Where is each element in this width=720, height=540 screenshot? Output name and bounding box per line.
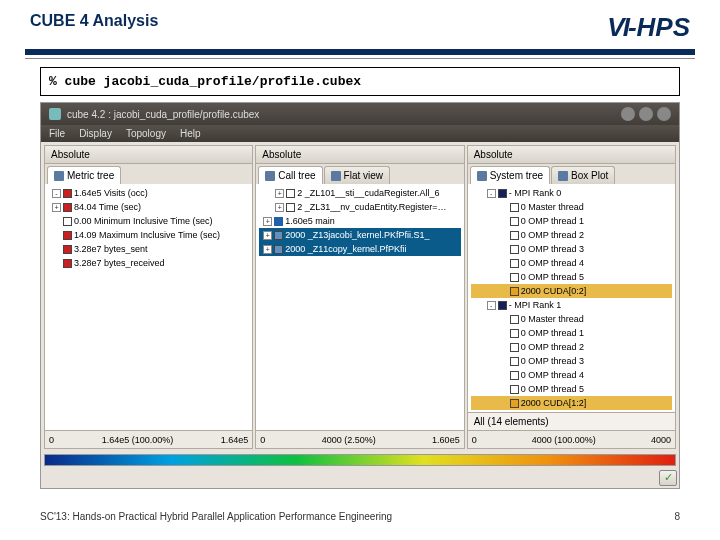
expander-icon[interactable]: +	[275, 189, 284, 198]
axis-right: 1.64e5	[221, 435, 249, 445]
menu-display[interactable]: Display	[79, 128, 112, 139]
tab-metric-tree[interactable]: Metric tree	[47, 166, 121, 184]
color-box	[63, 231, 72, 240]
expander-icon[interactable]: +	[275, 203, 284, 212]
color-box	[286, 203, 295, 212]
tree-row[interactable]: 0 OMP thread 1	[471, 326, 672, 340]
slide-title: CUBE 4 Analysis	[30, 12, 158, 30]
expander-icon[interactable]: +	[263, 231, 272, 240]
tree-row[interactable]: 3.28e7 bytes_received	[48, 256, 249, 270]
expander-icon[interactable]: -	[487, 189, 496, 198]
header-rule	[25, 49, 695, 55]
color-box	[510, 231, 519, 240]
pane-header[interactable]: Absolute	[468, 146, 675, 164]
tab-flat-view[interactable]: Flat view	[324, 166, 390, 184]
tab-label: System tree	[490, 170, 543, 181]
color-box	[510, 357, 519, 366]
pane-header[interactable]: Absolute	[45, 146, 252, 164]
tree-row[interactable]: 14.09 Maximum Inclusive Time (sec)	[48, 228, 249, 242]
footer-text: SC'13: Hands-on Practical Hybrid Paralle…	[40, 511, 392, 522]
maximize-button[interactable]	[639, 107, 653, 121]
tree-row[interactable]: 0 OMP thread 3	[471, 242, 672, 256]
axis-left: 0	[472, 435, 477, 445]
tab-icon	[331, 171, 341, 181]
menu-topology[interactable]: Topology	[126, 128, 166, 139]
tree-row[interactable]: 3.28e7 bytes_sent	[48, 242, 249, 256]
axis-right: 4000	[651, 435, 671, 445]
tree-row[interactable]: +2000 _Z11copy_kernel.PfPKfii	[259, 242, 460, 256]
tab-icon	[54, 171, 64, 181]
axis-right: 1.60e5	[432, 435, 460, 445]
tree-label: 0 Master thread	[521, 312, 584, 326]
expander-icon[interactable]: +	[263, 245, 272, 254]
tree-row[interactable]: +2 _ZL101__sti__cudaRegister.All_6	[259, 186, 460, 200]
tree-label: 0 OMP thread 3	[521, 354, 584, 368]
axis-left: 0	[260, 435, 265, 445]
statusbar: ✓	[41, 468, 679, 488]
all-elements-label[interactable]: All (14 elements)	[468, 412, 675, 430]
vihps-logo: VI-HPS	[607, 12, 690, 43]
color-box	[510, 273, 519, 282]
color-box	[510, 315, 519, 324]
tree-label: 0 Master thread	[521, 200, 584, 214]
axis: 04000 (100.00%)4000	[468, 430, 675, 448]
tab-system-tree[interactable]: System tree	[470, 166, 550, 184]
tree-row[interactable]: 0 OMP thread 5	[471, 270, 672, 284]
tree-row[interactable]: 0 OMP thread 1	[471, 214, 672, 228]
tree-label: 3.28e7 bytes_received	[74, 256, 165, 270]
tabbar: Metric tree	[45, 164, 252, 184]
check-icon: ✓	[659, 470, 677, 486]
tree-label: 84.04 Time (sec)	[74, 200, 141, 214]
tree-row[interactable]: 0 OMP thread 2	[471, 340, 672, 354]
tree-row[interactable]: 0 OMP thread 4	[471, 256, 672, 270]
tree-row[interactable]: -1.64e5 Visits (occ)	[48, 186, 249, 200]
tree-label: 0 OMP thread 1	[521, 326, 584, 340]
pane-header[interactable]: Absolute	[256, 146, 463, 164]
tree-row[interactable]: -- MPI Rank 0	[471, 186, 672, 200]
color-box	[498, 301, 507, 310]
expander-icon[interactable]: -	[487, 301, 496, 310]
pane-1: AbsoluteCall treeFlat view+2 _ZL101__sti…	[255, 145, 464, 449]
axis-mid: 4000 (100.00%)	[532, 435, 596, 445]
tree-row[interactable]: 0 OMP thread 5	[471, 382, 672, 396]
axis-mid: 1.64e5 (100.00%)	[102, 435, 174, 445]
tab-icon	[477, 171, 487, 181]
tree-row[interactable]: 0 OMP thread 4	[471, 368, 672, 382]
tree-row[interactable]: 0 Master thread	[471, 200, 672, 214]
axis: 04000 (2.50%)1.60e5	[256, 430, 463, 448]
tree-row[interactable]: 2000 CUDA[0:2]	[471, 284, 672, 298]
tree: -1.64e5 Visits (occ)+84.04 Time (sec)0.0…	[45, 184, 252, 430]
color-box	[274, 245, 283, 254]
expander-icon[interactable]: +	[52, 203, 61, 212]
tab-label: Box Plot	[571, 170, 608, 181]
close-button[interactable]	[657, 107, 671, 121]
header-rule-thin	[25, 58, 695, 59]
color-box	[510, 287, 519, 296]
tab-icon	[558, 171, 568, 181]
tree-row[interactable]: 0 Master thread	[471, 312, 672, 326]
tree-row[interactable]: 0.00 Minimum Inclusive Time (sec)	[48, 214, 249, 228]
color-box	[510, 259, 519, 268]
expander-icon[interactable]: +	[263, 217, 272, 226]
color-box	[510, 245, 519, 254]
tree-row[interactable]: 0 OMP thread 2	[471, 228, 672, 242]
expander-icon[interactable]: -	[52, 189, 61, 198]
page-number: 8	[674, 511, 680, 522]
tab-call-tree[interactable]: Call tree	[258, 166, 322, 184]
tree-row[interactable]: +2 _ZL31__nv_cudaEntity.Register=…	[259, 200, 460, 214]
tree-row[interactable]: +2000 _Z13jacobi_kernel.PKfPfii.S1_	[259, 228, 460, 242]
menu-help[interactable]: Help	[180, 128, 201, 139]
tree-row[interactable]: -- MPI Rank 1	[471, 298, 672, 312]
menu-file[interactable]: File	[49, 128, 65, 139]
tree-row[interactable]: 2000 CUDA[1:2]	[471, 396, 672, 410]
tab-box-plot[interactable]: Box Plot	[551, 166, 615, 184]
minimize-button[interactable]	[621, 107, 635, 121]
tree-row[interactable]: +84.04 Time (sec)	[48, 200, 249, 214]
tree-label: 2000 _Z13jacobi_kernel.PKfPfii.S1_	[285, 228, 429, 242]
tree-row[interactable]: +1.60e5 main	[259, 214, 460, 228]
pane-2: AbsoluteSystem treeBox Plot-- MPI Rank 0…	[467, 145, 676, 449]
tree-row[interactable]: 0 OMP thread 3	[471, 354, 672, 368]
color-box	[63, 189, 72, 198]
color-box	[510, 343, 519, 352]
menubar: File Display Topology Help	[41, 125, 679, 142]
